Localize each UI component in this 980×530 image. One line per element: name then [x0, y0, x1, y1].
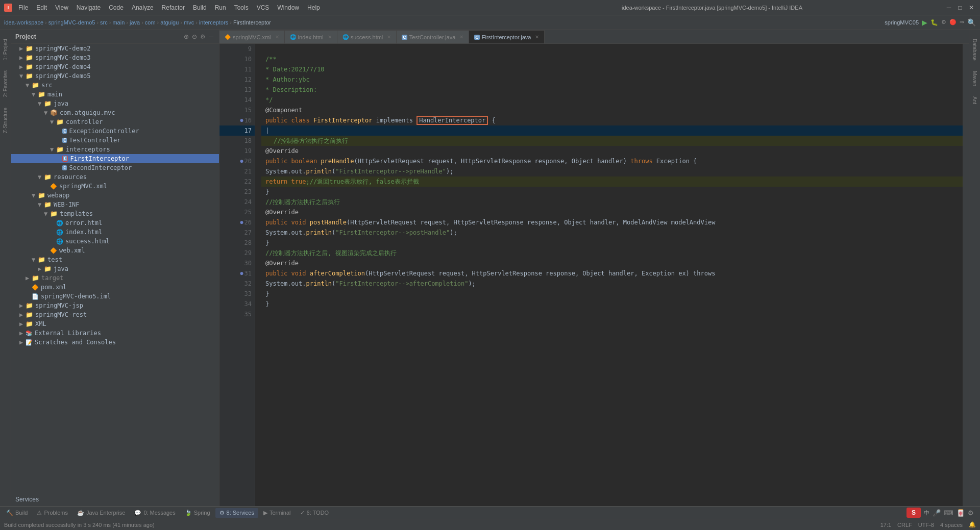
- tree-item-webinf[interactable]: ▼ 📁 WEB-INF: [11, 200, 219, 209]
- breadcrumb-part-6[interactable]: atguigu: [160, 19, 179, 26]
- memory-indicator[interactable]: 🔔: [969, 521, 976, 528]
- tree-item-main[interactable]: ▼ 📁 main: [11, 90, 219, 99]
- breadcrumb-part-7[interactable]: mvc: [184, 19, 194, 26]
- tree-item-webxml[interactable]: 🔶 web.xml: [11, 246, 219, 255]
- run-button[interactable]: ▶: [922, 18, 927, 27]
- tree-item-jsp[interactable]: ▶ 📁 springMVC-jsp: [11, 301, 219, 310]
- maximize-button[interactable]: □: [955, 3, 965, 12]
- tree-item-ext-libs[interactable]: ▶ 📚 External Libraries: [11, 329, 219, 338]
- tree-item-demo5iml[interactable]: 📄 springMVC-demo5.iml: [11, 292, 219, 301]
- settings-icon-bottom[interactable]: ⚙: [968, 509, 974, 517]
- keyboard-icon[interactable]: ⌨: [944, 509, 953, 517]
- bottom-tab-java-enterprise[interactable]: ☕ Java Enterprise: [73, 508, 129, 518]
- tree-item-target[interactable]: ▶ 📁 target: [11, 273, 219, 283]
- tab-close-testcontroller[interactable]: ✕: [459, 34, 463, 40]
- tree-item-indexhtml[interactable]: 🌐 index.html: [11, 228, 219, 237]
- tree-item-testcontroller[interactable]: C TestController: [11, 136, 219, 145]
- bottom-tab-build[interactable]: 🔨 Build: [2, 508, 32, 518]
- menu-view[interactable]: View: [52, 3, 71, 12]
- breadcrumb-part-1[interactable]: springMVC-demo5: [48, 19, 95, 26]
- breadcrumb-part-4[interactable]: java: [130, 19, 140, 26]
- breadcrumb-part-3[interactable]: main: [112, 19, 125, 26]
- bottom-tab-spring[interactable]: 🍃 Spring: [181, 508, 214, 518]
- tree-item-pomxml[interactable]: 🔶 pom.xml: [11, 283, 219, 292]
- bottom-tab-messages[interactable]: 💬 0: Messages: [130, 508, 179, 518]
- tree-item-demo2[interactable]: ▶ 📁 springMVC-demo2: [11, 44, 219, 53]
- cursor-position[interactable]: 17:1: [880, 522, 891, 528]
- bottom-tab-todo[interactable]: ✓ 6: TODO: [296, 508, 333, 518]
- tree-item-xml[interactable]: ▶ 📁 XML: [11, 319, 219, 329]
- tab-close-successhtml[interactable]: ✕: [387, 34, 391, 40]
- toolbar-icon-3[interactable]: ⇒: [960, 19, 964, 26]
- bottom-tab-services[interactable]: ⚙ 8: Services: [215, 508, 258, 518]
- side-tab-ant[interactable]: Ant: [971, 91, 978, 109]
- tree-item-secondinterceptor[interactable]: C SecondInterceptor: [11, 163, 219, 172]
- tree-item-interceptors[interactable]: ▼ 📁 interceptors: [11, 145, 219, 154]
- breadcrumb-part-0[interactable]: idea-workspace: [4, 19, 43, 26]
- tree-item-demo3[interactable]: ▶ 📁 springMVC-demo3: [11, 53, 219, 62]
- tree-item-testjava[interactable]: ▶ 📁 java: [11, 264, 219, 273]
- project-icon-1[interactable]: ⊕: [184, 33, 189, 40]
- tab-firstinterceptor[interactable]: C FirstInterceptor.java ✕: [469, 30, 545, 43]
- tree-item-demo4[interactable]: ▶ 📁 springMVC-demo4: [11, 62, 219, 71]
- tree-item-successhtml[interactable]: 🌐 success.html: [11, 237, 219, 246]
- tree-item-resources[interactable]: ▼ 📁 resources: [11, 172, 219, 182]
- breadcrumb-part-8[interactable]: interceptors: [199, 19, 228, 26]
- tree-item-rest[interactable]: ▶ 📁 springMVC-rest: [11, 310, 219, 319]
- toolbar-icon-1[interactable]: ⚙: [941, 19, 946, 26]
- tree-item-src[interactable]: ▼ 📁 src: [11, 81, 219, 90]
- tab-springmvcxml[interactable]: 🔶 springMVC.xml ✕: [219, 30, 285, 43]
- menu-refactor[interactable]: Refactor: [159, 3, 188, 12]
- search-everywhere[interactable]: 🔍: [967, 18, 976, 27]
- menu-code[interactable]: Code: [106, 3, 127, 12]
- side-tab-structure[interactable]: Z-Structure: [2, 103, 9, 138]
- tab-close-firstinterceptor[interactable]: ✕: [535, 34, 539, 40]
- tab-successhtml[interactable]: 🌐 success.html ✕: [337, 30, 397, 43]
- menu-build[interactable]: Build: [190, 3, 210, 12]
- bottom-tab-problems[interactable]: ⚠ Problems: [33, 508, 71, 518]
- scrollbar[interactable]: [963, 44, 969, 506]
- tree-item-firstinterceptor[interactable]: C FirstInterceptor: [11, 154, 219, 163]
- tree-item-springmvcxml[interactable]: 🔶 springMVC.xml: [11, 182, 219, 191]
- indent-setting[interactable]: 4 spaces: [940, 522, 963, 528]
- menu-analyze[interactable]: Analyze: [129, 3, 157, 12]
- project-icon-2[interactable]: ⊝: [192, 33, 197, 40]
- tab-indexhtml[interactable]: 🌐 index.html ✕: [285, 30, 337, 43]
- mic-icon[interactable]: 🎤: [933, 509, 941, 517]
- side-tab-database[interactable]: Database: [971, 34, 978, 66]
- menu-navigate[interactable]: Navigate: [74, 3, 104, 12]
- breadcrumb-part-2[interactable]: src: [100, 19, 108, 26]
- tree-item-templates[interactable]: ▼ 📁 templates: [11, 209, 219, 218]
- line-ending[interactable]: CRLF: [897, 522, 912, 528]
- tab-close-springmvcxml[interactable]: ✕: [275, 34, 279, 40]
- menu-file[interactable]: File: [15, 3, 31, 12]
- menu-tools[interactable]: Tools: [231, 3, 252, 12]
- tree-item-webapp[interactable]: ▼ 📁 webapp: [11, 191, 219, 200]
- tree-item-test[interactable]: ▼ 📁 test: [11, 255, 219, 264]
- tree-item-java[interactable]: ▼ 📁 java: [11, 99, 219, 108]
- menu-vcs[interactable]: VCS: [254, 3, 273, 12]
- breadcrumb-part-5[interactable]: com: [145, 19, 156, 26]
- bottom-tab-terminal[interactable]: ▶ Terminal: [259, 508, 295, 518]
- menu-run[interactable]: Run: [212, 3, 229, 12]
- menu-help[interactable]: Help: [304, 3, 323, 12]
- debug-button[interactable]: 🐛: [930, 19, 938, 26]
- project-icon-4[interactable]: ─: [209, 33, 213, 40]
- tree-item-com[interactable]: ▼ 📦 com.atguigu.mvc: [11, 108, 219, 117]
- tab-close-indexhtml[interactable]: ✕: [328, 34, 332, 40]
- code-editor[interactable]: /** * Date:2021/7/10 * Author:ybc * Desc…: [255, 44, 963, 506]
- side-tab-favorites[interactable]: 2: Favorites: [2, 65, 9, 102]
- encoding[interactable]: UTF-8: [918, 522, 934, 528]
- tree-item-errorhtml[interactable]: 🌐 error.html: [11, 218, 219, 228]
- tree-item-demo5[interactable]: ▼ 📁 springMVC-demo5: [11, 71, 219, 81]
- minimize-button[interactable]: ─: [944, 3, 953, 12]
- project-icon-3[interactable]: ⚙: [200, 33, 206, 40]
- menu-window[interactable]: Window: [274, 3, 302, 12]
- tree-item-scratches[interactable]: ▶ 📝 Scratches and Consoles: [11, 338, 219, 347]
- tab-testcontroller[interactable]: C TestController.java ✕: [397, 30, 469, 43]
- menu-edit[interactable]: Edit: [33, 3, 50, 12]
- side-tab-maven[interactable]: Maven: [971, 66, 978, 91]
- toolbar-icon-2[interactable]: 🔴: [949, 19, 957, 26]
- close-button[interactable]: ✕: [967, 3, 976, 12]
- tree-item-exceptioncontroller[interactable]: C ExceptionController: [11, 127, 219, 136]
